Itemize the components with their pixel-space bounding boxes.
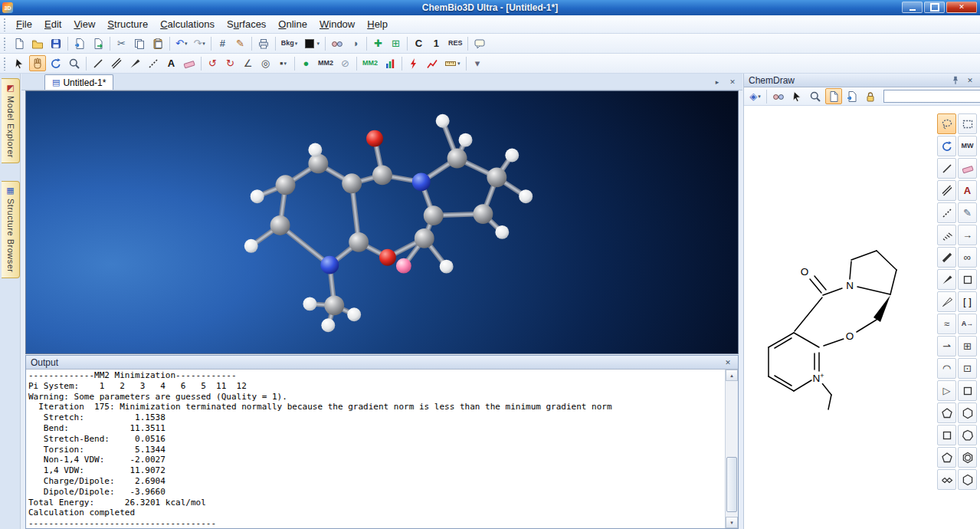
open-button[interactable] [29,35,46,51]
pen-tool[interactable]: ✎ [958,202,977,223]
annotation-callout-button[interactable] [471,35,488,51]
benzene-ring-tool[interactable] [958,447,977,468]
calculation-status-icon[interactable]: ● [298,55,314,71]
color-swatch-button[interactable]: ▾ [301,35,322,51]
output-close-icon[interactable]: ✕ [723,357,733,368]
cycloheptane-ring-tool[interactable] [958,425,977,445]
cyclopentadiene-ring-tool[interactable] [937,447,956,468]
paste-to-3d-button[interactable] [844,88,860,104]
molecule-2d[interactable]: ONON+ [744,109,938,529]
menu-help[interactable]: Help [361,16,394,32]
translate-tool[interactable] [29,55,46,71]
annotation-pen-button[interactable]: ✎ [232,35,248,51]
rotate-2d-tool[interactable] [937,136,956,156]
move-tool[interactable]: ◎ [257,55,274,71]
close-button[interactable]: ✕ [946,2,977,13]
scroll-tabs-icon[interactable]: ▸ [711,76,723,88]
export-file-button[interactable] [90,35,107,51]
scale-dropdown[interactable]: ▪▾ [275,55,291,71]
document-tab[interactable]: ▤ Untitled-1* [44,74,113,90]
import-file-button[interactable] [71,35,88,51]
chemdraw-canvas[interactable]: ONON+ MWA✎→∞[ ]≈A→⇀⊞◠⊡▷ [744,109,980,529]
rectangle-tool[interactable] [958,269,977,290]
template-library-tool[interactable] [958,469,977,490]
chart-button[interactable] [382,55,398,71]
model-viewport[interactable] [25,90,739,354]
atom-map-tool[interactable]: A→ [958,314,977,334]
paste-button[interactable] [149,35,166,51]
arrow-tool[interactable]: → [958,225,977,245]
sidebar-tab-model-explorer[interactable]: ◩ Model Explorer [2,78,20,163]
cyclopentane-ring-tool[interactable] [937,402,956,423]
live-link-button[interactable] [825,88,842,104]
cyclohexane-ring-tool[interactable] [958,402,977,423]
scroll-down-icon[interactable]: ▾ [726,517,738,528]
dihedral-tool[interactable]: ∠ [240,55,256,71]
abort-calculation-button[interactable] [405,55,422,71]
maximize-button[interactable] [924,2,945,13]
toolbar-grip[interactable] [3,57,7,71]
hashed-bond-tool[interactable] [937,225,956,245]
dashed-bond-tool[interactable] [145,55,162,71]
show-residues-button[interactable]: RES [446,35,465,51]
show-serial-numbers-button[interactable]: 1 [428,35,444,51]
center-model-button[interactable]: ✚ [370,35,386,51]
double-bond-tool[interactable] [108,55,125,71]
hollow-wedge-tool[interactable] [937,291,956,312]
toolbar-grip[interactable] [3,18,7,31]
output-scrollbar[interactable]: ▴ ▾ [725,370,738,528]
chemdraw-panel-header[interactable]: ChemDraw ✕ [744,74,980,87]
sidebar-tab-structure-browser[interactable]: ▦ Structure Browser [2,181,20,278]
formula-weight-tool[interactable]: MW [958,136,977,156]
orbital-tool[interactable]: ∞ [958,247,977,268]
rotate-left-button[interactable]: ↺ [205,55,221,71]
close-document-icon[interactable]: ✕ [726,76,739,88]
background-color-button[interactable]: Bkg▾ [279,35,300,51]
menu-surfaces[interactable]: Surfaces [221,16,272,32]
single-bond-tool[interactable] [90,55,107,71]
eraser-tool[interactable] [181,55,198,71]
mm2-minimize-button[interactable]: MM2 [316,55,336,71]
menu-calculations[interactable]: Calculations [154,16,221,32]
text-build-tool[interactable]: A [163,55,179,71]
copy-button[interactable] [131,35,148,51]
eraser-2d-tool[interactable] [958,158,977,179]
square-ring-tool[interactable] [958,380,977,401]
marquee-tool[interactable] [958,113,977,134]
scrollbar-thumb[interactable] [726,457,737,512]
wavy-bond-tool[interactable]: ≈ [937,314,956,334]
zoom-link-button[interactable] [807,88,824,104]
multiple-bond-tool[interactable] [937,180,956,201]
template-tool[interactable]: ▷ [937,380,956,401]
text-2d-tool[interactable]: A [958,180,977,201]
pin-icon[interactable] [950,75,961,86]
undo-button[interactable]: ↶▾ [173,35,189,51]
lasso-tool[interactable] [937,113,956,134]
pointer-2d-button[interactable] [788,88,805,104]
save-button[interactable] [48,35,64,51]
bold-bond-tool[interactable] [937,247,956,268]
frame-tool[interactable]: ⊡ [958,358,977,379]
mm2-dynamics-button[interactable]: MM2 [360,55,380,71]
output-body[interactable]: -------------MM2 Minimization-----------… [26,370,725,528]
bracket-tool[interactable]: [ ] [958,291,977,312]
redo-button[interactable]: ↷▾ [191,35,207,51]
new-document-button[interactable] [11,35,28,51]
title-bar[interactable]: 3D ChemBio3D Ultra - [Untitled-1*] ✕ [0,0,980,15]
molecule-3d[interactable] [26,91,738,353]
cut-button[interactable]: ✂ [113,35,129,51]
display-mode-button[interactable]: # [215,35,231,51]
scroll-up-icon[interactable]: ▴ [726,370,738,381]
wedge-bond-2d-tool[interactable] [937,269,956,290]
link-lock-button[interactable] [862,88,879,104]
fit-model-button[interactable]: ⊞ [388,35,404,51]
chemdraw-close-icon[interactable]: ✕ [965,75,975,86]
menu-online[interactable]: Online [272,16,313,32]
table-tool[interactable]: ⊞ [958,336,977,356]
chemdraw-name-input[interactable] [883,90,980,103]
menu-structure[interactable]: Structure [101,16,154,32]
energy-plot-button[interactable] [424,55,441,71]
rotate-right-button[interactable]: ↻ [222,55,238,71]
depth-cue-button[interactable]: ◑ [347,35,363,51]
arc-tool[interactable]: ◠ [937,358,956,379]
